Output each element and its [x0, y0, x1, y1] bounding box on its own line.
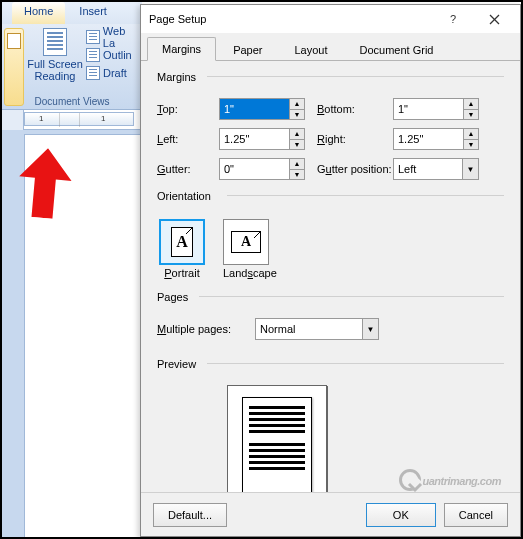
draft-button[interactable]: Draft: [86, 64, 140, 82]
spin-down-icon[interactable]: ▼: [290, 140, 304, 150]
help-icon: ?: [448, 13, 460, 25]
orientation-landscape[interactable]: A Landscape: [221, 217, 279, 281]
cancel-button[interactable]: Cancel: [444, 503, 508, 527]
landscape-page-icon: A: [231, 231, 261, 253]
ribbon-tabs: Home Insert: [2, 2, 142, 24]
ruler-corner: [2, 110, 24, 130]
landscape-label: Landscape: [223, 267, 277, 279]
dialog-title: Page Setup: [147, 13, 434, 25]
spin-down-icon[interactable]: ▼: [290, 110, 304, 120]
spin-up-icon[interactable]: ▲: [290, 99, 304, 110]
preview-box: [227, 385, 327, 492]
default-button[interactable]: Default...: [153, 503, 227, 527]
preview-group: Preview Apply to: Whole document ▼: [157, 358, 504, 492]
gutter-position-value: Left: [394, 163, 462, 175]
pages-group: Pages Multiple pages: Normal ▼: [157, 291, 504, 340]
svg-text:?: ?: [450, 13, 456, 25]
chevron-down-icon[interactable]: ▼: [362, 319, 378, 339]
right-input[interactable]: [393, 128, 463, 150]
gutter-input[interactable]: [219, 158, 289, 180]
word-ribbon-background: Home Insert Full Screen Reading Web La O…: [2, 2, 142, 539]
ribbon-body: Full Screen Reading Web La Outlin Draft …: [2, 24, 142, 110]
multiple-pages-combo[interactable]: Normal ▼: [255, 318, 379, 340]
right-spinner[interactable]: ▲▼: [393, 128, 479, 150]
portrait-page-icon: A: [171, 227, 193, 257]
gutter-position-label: Gutter position:: [317, 163, 381, 175]
ruler-area: 1 1: [2, 110, 142, 130]
right-label: Right:: [317, 133, 381, 145]
spin-up-icon[interactable]: ▲: [290, 159, 304, 170]
preview-heading: Preview: [157, 358, 504, 370]
spin-up-icon[interactable]: ▲: [464, 99, 478, 110]
print-layout-button[interactable]: [4, 28, 24, 106]
dialog-titlebar[interactable]: Page Setup ?: [141, 5, 520, 33]
left-spinner[interactable]: ▲▼: [219, 128, 305, 150]
tab-layout[interactable]: Layout: [279, 38, 342, 61]
top-spinner[interactable]: ▲▼: [219, 98, 305, 120]
spin-up-icon[interactable]: ▲: [290, 129, 304, 140]
orientation-portrait[interactable]: A Portrait: [157, 217, 207, 281]
dialog-footer: Default... OK Cancel: [141, 492, 520, 536]
chevron-down-icon[interactable]: ▼: [462, 159, 478, 179]
left-input[interactable]: [219, 128, 289, 150]
page-icon: [7, 33, 21, 49]
document-page[interactable]: [24, 134, 142, 539]
spin-up-icon[interactable]: ▲: [464, 129, 478, 140]
ribbon-tab-insert[interactable]: Insert: [67, 2, 119, 24]
bottom-input[interactable]: [393, 98, 463, 120]
ok-button[interactable]: OK: [366, 503, 436, 527]
gutter-label: Gutter:: [157, 163, 207, 175]
gutter-position-combo[interactable]: Left ▼: [393, 158, 479, 180]
horizontal-ruler[interactable]: 1 1: [24, 112, 134, 126]
close-icon: [489, 14, 500, 25]
close-button[interactable]: [474, 8, 514, 30]
view-list: Web La Outlin Draft: [86, 28, 140, 82]
top-label: Top:: [157, 103, 207, 115]
draft-icon: [86, 66, 100, 80]
spin-down-icon[interactable]: ▼: [464, 140, 478, 150]
top-input[interactable]: [219, 98, 289, 120]
orientation-heading: Orientation: [157, 190, 504, 202]
margins-group: Margins Top: ▲▼ Bottom: ▲▼ Left: ▲▼ R: [157, 71, 504, 180]
dialog-tab-strip: Margins Paper Layout Document Grid: [141, 33, 520, 61]
left-label: Left:: [157, 133, 207, 145]
multiple-pages-label: Multiple pages:: [157, 323, 245, 335]
margins-heading: Margins: [157, 71, 504, 83]
ribbon-group-label: Document Views: [2, 96, 142, 107]
web-icon: [86, 30, 100, 44]
pages-heading: Pages: [157, 291, 504, 303]
full-screen-label1: Full Screen: [25, 58, 85, 70]
preview-page-icon: [242, 397, 312, 492]
portrait-label: Portrait: [159, 267, 205, 279]
multiple-pages-value: Normal: [256, 323, 362, 335]
tab-paper[interactable]: Paper: [218, 38, 277, 61]
spin-down-icon[interactable]: ▼: [290, 170, 304, 180]
document-area: [2, 130, 142, 539]
gutter-spinner[interactable]: ▲▼: [219, 158, 305, 180]
page-setup-dialog: Page Setup ? Margins Paper Layout Docume…: [140, 4, 521, 537]
bottom-spinner[interactable]: ▲▼: [393, 98, 479, 120]
dialog-body: Margins Top: ▲▼ Bottom: ▲▼ Left: ▲▼ R: [141, 61, 520, 492]
ribbon-tab-home[interactable]: Home: [12, 2, 65, 24]
orientation-group: Orientation A Portrait A Landscape: [157, 190, 504, 281]
tab-document-grid[interactable]: Document Grid: [345, 38, 449, 61]
spin-down-icon[interactable]: ▼: [464, 110, 478, 120]
web-layout-button[interactable]: Web La: [86, 28, 140, 46]
outline-icon: [86, 48, 100, 62]
bottom-label: Bottom:: [317, 103, 381, 115]
document-lines-icon: [43, 28, 67, 56]
help-button[interactable]: ?: [434, 8, 474, 30]
full-screen-label2: Reading: [25, 70, 85, 82]
full-screen-reading-button[interactable]: Full Screen Reading: [25, 28, 85, 82]
tab-margins[interactable]: Margins: [147, 37, 216, 61]
